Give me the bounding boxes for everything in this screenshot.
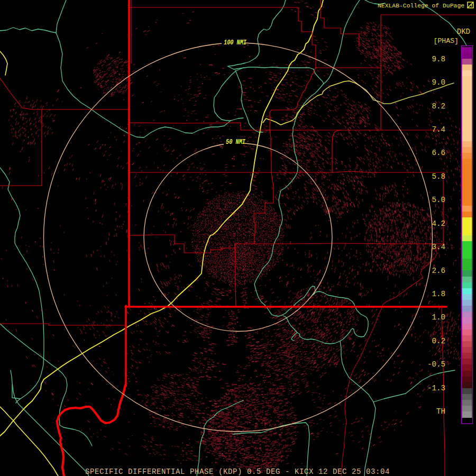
svg-text:0.2: 0.2 — [432, 337, 445, 345]
svg-text:5.8: 5.8 — [432, 172, 445, 181]
svg-text:9.0: 9.0 — [432, 78, 445, 87]
svg-text:4.2: 4.2 — [432, 219, 445, 228]
svg-text:TH: TH — [436, 407, 445, 416]
svg-text:5.0: 5.0 — [432, 196, 445, 204]
svg-text:2.6: 2.6 — [432, 267, 445, 275]
svg-text:6.6: 6.6 — [432, 149, 445, 157]
svg-text:1.0: 1.0 — [432, 313, 445, 322]
svg-text:-0.5: -0.5 — [427, 360, 445, 369]
svg-text:3.4: 3.4 — [432, 243, 445, 251]
svg-text:100 NMI: 100 NMI — [224, 39, 247, 47]
svg-text:SPECIFIC DIFFERENTIAL PHASE (K: SPECIFIC DIFFERENTIAL PHASE (KDP) 0.5 DE… — [85, 468, 390, 476]
svg-text:-1.3: -1.3 — [427, 384, 445, 392]
svg-text:NEXLAB-College of DuPage: NEXLAB-College of DuPage — [378, 3, 464, 9]
svg-text:7.4: 7.4 — [432, 125, 445, 134]
svg-text:50 NMI: 50 NMI — [226, 138, 246, 146]
svg-text:DKD: DKD — [457, 28, 470, 36]
svg-text:[PHAS]: [PHAS] — [434, 37, 459, 45]
svg-text:1.8: 1.8 — [432, 290, 445, 298]
svg-text:8.2: 8.2 — [432, 102, 445, 111]
svg-text:9.8: 9.8 — [432, 55, 445, 63]
